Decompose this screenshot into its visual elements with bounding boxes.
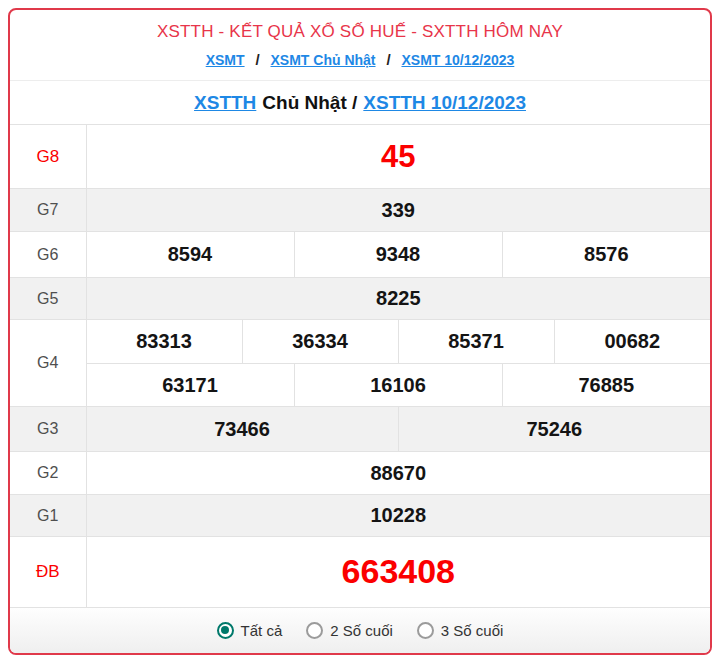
subtitle-text: Chủ Nhật / <box>262 92 357 114</box>
prize-row-g4-bottom: 63171 16106 76885 <box>10 364 710 407</box>
filter-bar: Tất cả 2 Số cuối 3 Số cuối <box>10 607 710 653</box>
radio-icon <box>306 622 323 639</box>
prize-number: 00682 <box>554 320 710 364</box>
radio-icon <box>417 622 434 639</box>
prize-row-db: ĐB 663408 <box>10 537 710 607</box>
prize-label-g2: G2 <box>10 452 86 495</box>
prize-label-g8: G8 <box>10 125 86 189</box>
result-subtitle: XSTTH Chủ Nhật / XSTTH 10/12/2023 <box>10 81 710 124</box>
subtitle-link-xstth-date[interactable]: XSTTH 10/12/2023 <box>363 92 526 114</box>
filter-option-2-so-cuoi[interactable]: 2 Số cuối <box>306 622 393 639</box>
prize-label-g6: G6 <box>10 232 86 278</box>
prize-row-g8: G8 45 <box>10 125 710 189</box>
page-title: XSTTH - KẾT QUẢ XỔ SỐ HUẾ - SXTTH HÔM NA… <box>10 22 710 42</box>
prize-number-jackpot: 663408 <box>86 537 710 607</box>
prize-number: 75246 <box>398 407 710 452</box>
prize-label-g7: G7 <box>10 189 86 232</box>
prize-label-g1: G1 <box>10 495 86 537</box>
prize-number: 10228 <box>86 495 710 537</box>
breadcrumb-link-xsmt-chu-nhat[interactable]: XSMT Chủ Nhật <box>271 52 376 68</box>
breadcrumb-link-xsmt[interactable]: XSMT <box>206 52 245 68</box>
subtitle-link-xstth[interactable]: XSTTH <box>194 92 256 114</box>
breadcrumb: XSMT / XSMT Chủ Nhật / XSMT 10/12/2023 <box>10 51 710 80</box>
lottery-result-card: XSTTH - KẾT QUẢ XỔ SỐ HUẾ - SXTTH HÔM NA… <box>8 8 712 655</box>
breadcrumb-separator: / <box>386 51 390 68</box>
prize-number: 88670 <box>86 452 710 495</box>
prize-number: 8594 <box>86 232 294 278</box>
filter-option-3-so-cuoi[interactable]: 3 Số cuối <box>417 622 504 639</box>
prize-number: 85371 <box>398 320 554 364</box>
prize-number: 36334 <box>242 320 398 364</box>
prize-row-g3: G3 73466 75246 <box>10 407 710 452</box>
prize-number: 9348 <box>294 232 502 278</box>
radio-label: Tất cả <box>241 622 283 639</box>
prize-row-g1: G1 10228 <box>10 495 710 537</box>
prize-row-g4-top: G4 83313 36334 85371 00682 <box>10 320 710 364</box>
prize-label-g3: G3 <box>10 407 86 452</box>
prize-row-g2: G2 88670 <box>10 452 710 495</box>
prize-number: 16106 <box>294 364 502 407</box>
prize-number: 339 <box>86 189 710 232</box>
prize-row-g6: G6 8594 9348 8576 <box>10 232 710 278</box>
results-table: G8 45 G7 339 G6 8594 9348 8576 G5 8225 G… <box>10 124 710 607</box>
radio-icon <box>217 622 234 639</box>
prize-number: 76885 <box>502 364 710 407</box>
prize-label-g5: G5 <box>10 278 86 320</box>
prize-number: 73466 <box>86 407 398 452</box>
prize-number: 8225 <box>86 278 710 320</box>
prize-number: 45 <box>86 125 710 189</box>
prize-number: 83313 <box>86 320 242 364</box>
prize-label-db: ĐB <box>10 537 86 607</box>
radio-label: 3 Số cuối <box>441 622 504 639</box>
header: XSTTH - KẾT QUẢ XỔ SỐ HUẾ - SXTTH HÔM NA… <box>10 10 710 81</box>
breadcrumb-separator: / <box>255 51 259 68</box>
prize-row-g5: G5 8225 <box>10 278 710 320</box>
prize-label-g4: G4 <box>10 320 86 407</box>
filter-option-all[interactable]: Tất cả <box>217 622 283 639</box>
radio-label: 2 Số cuối <box>330 622 393 639</box>
prize-number: 8576 <box>502 232 710 278</box>
prize-row-g7: G7 339 <box>10 189 710 232</box>
prize-number: 63171 <box>86 364 294 407</box>
breadcrumb-link-xsmt-date[interactable]: XSMT 10/12/2023 <box>401 52 514 68</box>
